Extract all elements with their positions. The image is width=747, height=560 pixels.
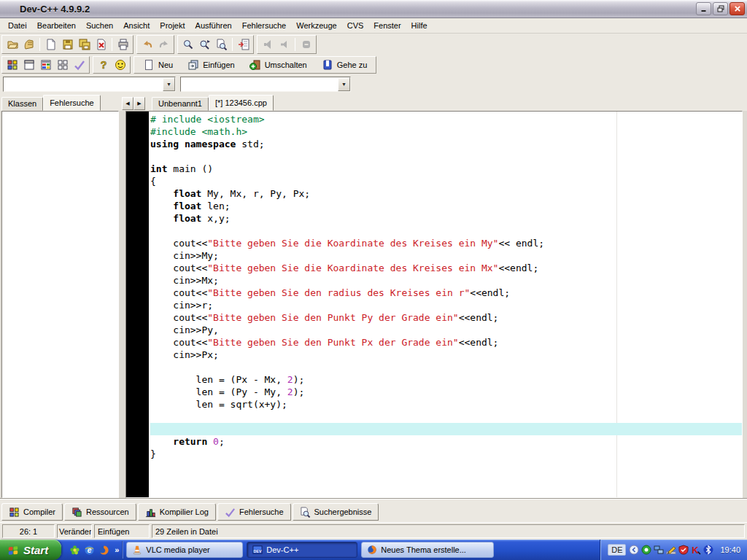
menu-item[interactable]: Datei xyxy=(3,19,32,32)
outline-squares-button[interactable] xyxy=(54,57,71,73)
menu-item[interactable]: Ansicht xyxy=(118,19,155,32)
bluetooth-tray-button[interactable] xyxy=(703,545,713,555)
code-line[interactable]: cout<<"Bitte geben Sie die Koardinate de… xyxy=(150,237,742,249)
code-line[interactable]: { xyxy=(150,175,742,187)
class-browser-panel[interactable] xyxy=(1,111,119,498)
code-line[interactable]: return 0; xyxy=(150,435,742,448)
code-line[interactable]: using namespace std; xyxy=(150,138,742,150)
menu-item[interactable]: CVS xyxy=(342,19,369,32)
pen-tray-button[interactable] xyxy=(666,545,676,555)
editor-tab[interactable]: Unbenannt1 xyxy=(152,97,209,111)
code-line[interactable]: len = (Px - Mx, 2); xyxy=(150,373,742,386)
new-source-button[interactable] xyxy=(4,36,20,52)
code-line[interactable]: float x,y; xyxy=(150,212,742,225)
insert-button[interactable]: Einfügen xyxy=(180,57,241,73)
quick-launch-button[interactable] xyxy=(98,544,109,556)
sidebar-tab[interactable]: Klassen xyxy=(1,97,43,111)
close-file-button[interactable] xyxy=(93,36,109,52)
code-line[interactable]: cin>>Px; xyxy=(150,349,742,361)
taskbar-task[interactable]: Neues Thema erstelle... xyxy=(361,542,494,558)
code-line[interactable]: cin>>Py, xyxy=(150,324,742,336)
save-button[interactable] xyxy=(59,36,76,52)
menu-item[interactable]: Bearbeiten xyxy=(32,19,81,32)
code-line[interactable]: cout<<"Bitte geben Sie die Koardinate de… xyxy=(150,262,742,274)
code-line[interactable]: len = (Py - My, 2); xyxy=(150,386,742,398)
code-line[interactable]: cin>>Mx; xyxy=(150,274,742,287)
tab-scroll-left-icon[interactable]: ◀ xyxy=(122,97,133,110)
restore-button[interactable] xyxy=(713,2,728,15)
hide-chevron-tray-button[interactable] xyxy=(629,545,639,555)
menu-item[interactable]: Ausführen xyxy=(190,19,237,32)
sidebar-tab[interactable]: Fehlersuche xyxy=(43,95,101,111)
code-line[interactable]: cin>>r; xyxy=(150,299,742,311)
language-indicator[interactable]: DE xyxy=(608,544,626,556)
colored-squares-button[interactable] xyxy=(4,57,20,73)
kaspersky-tray-button[interactable]: K xyxy=(691,545,701,555)
menu-item[interactable]: Suchen xyxy=(81,19,118,32)
code-line[interactable]: float len; xyxy=(150,200,742,212)
find-next-button[interactable] xyxy=(196,36,213,52)
report-tab[interactable]: Compiler xyxy=(1,503,63,521)
page-button[interactable]: Neu xyxy=(136,57,180,73)
code-line[interactable]: cout<<"Bitte geben Sie den Punkt Py der … xyxy=(150,311,742,324)
start-button[interactable]: Start xyxy=(0,540,61,560)
new-file-button[interactable] xyxy=(42,36,59,52)
color-window-button[interactable] xyxy=(37,57,54,73)
minimize-button[interactable] xyxy=(696,2,711,15)
check-button[interactable] xyxy=(71,57,88,73)
tab-scroll-right-icon[interactable]: ▶ xyxy=(133,97,145,110)
open-button[interactable] xyxy=(20,36,37,52)
report-tab[interactable]: Suchergebnisse xyxy=(293,503,379,521)
chevron-down-icon[interactable]: ▼ xyxy=(338,77,350,91)
save-all-button[interactable] xyxy=(76,36,93,52)
find-button[interactable] xyxy=(179,36,196,52)
panel-splitter[interactable] xyxy=(119,111,125,498)
menu-item[interactable]: Fehlersuche xyxy=(237,19,292,32)
network-tray-button[interactable] xyxy=(654,545,664,555)
code-line[interactable] xyxy=(150,460,742,472)
editor-gutter[interactable] xyxy=(126,112,149,497)
quick-launch-button[interactable]: e xyxy=(83,544,95,556)
taskbar-task[interactable]: VLC media player xyxy=(126,542,243,558)
code-line[interactable]: #include <math.h> xyxy=(150,125,742,138)
quick-launch-button[interactable] xyxy=(69,544,80,556)
code-line[interactable]: } xyxy=(150,448,742,460)
goto-line-button[interactable] xyxy=(235,36,252,52)
editor-tab[interactable]: [*] 123456.cpp xyxy=(209,95,274,111)
green-status-tray-button[interactable] xyxy=(641,545,651,555)
code-line[interactable]: float My, Mx, r, Py, Px; xyxy=(150,187,742,200)
code-line[interactable]: cout<<"Bitte geben Sie den Punkt Px der … xyxy=(150,336,742,349)
menu-item[interactable]: Fenster xyxy=(368,19,406,32)
toggle-button[interactable]: Umschalten xyxy=(242,57,314,73)
code-line[interactable]: cin>>My; xyxy=(150,249,742,262)
code-line[interactable] xyxy=(150,225,742,237)
menu-item[interactable]: Werkzeuge xyxy=(291,19,341,32)
chevron-down-icon[interactable]: ▼ xyxy=(163,77,175,91)
smiley-button[interactable] xyxy=(112,57,128,73)
member-combo-input[interactable] xyxy=(181,77,338,91)
antivirus-shield-tray-button[interactable] xyxy=(678,545,689,555)
code-line[interactable]: len = sqrt(x+y); xyxy=(150,398,742,411)
report-tab[interactable]: Ressourcen xyxy=(64,503,136,521)
goto-button[interactable]: Gehe zu xyxy=(314,57,375,73)
code-area[interactable]: # include <iostream>#include <math.h>usi… xyxy=(149,112,742,472)
class-combo-input[interactable] xyxy=(4,77,163,91)
print-button[interactable] xyxy=(115,36,131,52)
code-line[interactable] xyxy=(150,423,742,435)
menu-item[interactable]: Projekt xyxy=(155,19,190,32)
menu-item[interactable]: Hilfe xyxy=(406,19,433,32)
undo-button[interactable] xyxy=(139,36,155,52)
code-line[interactable] xyxy=(150,411,742,423)
code-line[interactable] xyxy=(150,150,742,163)
window-button[interactable] xyxy=(20,57,37,73)
code-line[interactable]: cout<<"Bitte geben Sie den radius des Kr… xyxy=(150,287,742,299)
quick-launch-more-icon[interactable]: » xyxy=(115,545,119,554)
replace-button[interactable] xyxy=(213,36,230,52)
report-tab[interactable]: Fehlersuche xyxy=(217,503,291,521)
question-button[interactable]: ? xyxy=(95,57,112,73)
report-tab[interactable]: Kompilier Log xyxy=(138,503,216,521)
code-line[interactable] xyxy=(150,361,742,373)
code-line[interactable]: int main () xyxy=(150,163,742,175)
close-button[interactable] xyxy=(729,2,745,15)
code-line[interactable]: # include <iostream> xyxy=(150,113,742,125)
